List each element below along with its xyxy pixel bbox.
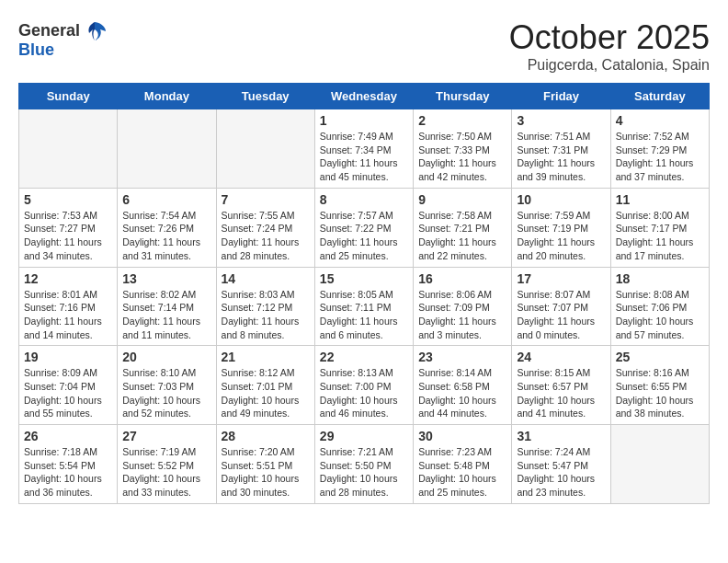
day-number: 21 <box>222 350 310 364</box>
day-info: Sunrise: 8:03 AM Sunset: 7:12 PM Dayligh… <box>222 288 310 342</box>
day-info: Sunrise: 7:24 AM Sunset: 5:47 PM Dayligh… <box>517 445 605 500</box>
calendar-day-cell: 3Sunrise: 7:51 AM Sunset: 7:31 PM Daylig… <box>512 109 610 189</box>
day-number: 15 <box>320 271 408 286</box>
day-info: Sunrise: 7:53 AM Sunset: 7:27 PM Dayligh… <box>24 209 112 263</box>
logo-bird-icon <box>82 18 108 44</box>
day-number: 30 <box>418 429 506 443</box>
day-info: Sunrise: 7:20 AM Sunset: 5:51 PM Dayligh… <box>222 445 310 500</box>
calendar-day-cell: 7Sunrise: 7:55 AM Sunset: 7:24 PM Daylig… <box>216 188 314 267</box>
day-number: 9 <box>418 192 506 207</box>
day-info: Sunrise: 7:51 AM Sunset: 7:31 PM Dayligh… <box>517 130 605 184</box>
day-number: 13 <box>122 271 210 286</box>
month-title: October 2025 <box>509 18 710 57</box>
day-number: 12 <box>24 271 112 286</box>
day-number: 2 <box>418 113 506 128</box>
calendar-day-cell: 27Sunrise: 7:19 AM Sunset: 5:52 PM Dayli… <box>118 425 216 504</box>
day-of-week-header: Sunday <box>19 84 118 109</box>
day-info: Sunrise: 8:02 AM Sunset: 7:14 PM Dayligh… <box>122 288 210 342</box>
day-number: 27 <box>122 429 210 443</box>
day-of-week-header: Saturday <box>610 84 709 109</box>
day-info: Sunrise: 7:21 AM Sunset: 5:50 PM Dayligh… <box>320 445 408 500</box>
calendar-day-cell: 2Sunrise: 7:50 AM Sunset: 7:33 PM Daylig… <box>414 109 512 189</box>
day-info: Sunrise: 7:57 AM Sunset: 7:22 PM Dayligh… <box>320 209 408 263</box>
logo-general: General <box>18 22 80 40</box>
day-of-week-header: Tuesday <box>216 84 314 109</box>
calendar-table: SundayMondayTuesdayWednesdayThursdayFrid… <box>18 83 710 504</box>
day-number: 20 <box>122 350 210 364</box>
calendar-week-row: 19Sunrise: 8:09 AM Sunset: 7:04 PM Dayli… <box>19 346 710 425</box>
day-info: Sunrise: 8:12 AM Sunset: 7:01 PM Dayligh… <box>222 366 310 420</box>
day-number: 16 <box>418 271 506 286</box>
calendar-day-cell: 9Sunrise: 7:58 AM Sunset: 7:21 PM Daylig… <box>414 188 512 267</box>
calendar-day-cell: 5Sunrise: 7:53 AM Sunset: 7:27 PM Daylig… <box>19 188 118 267</box>
day-of-week-header: Wednesday <box>314 84 413 109</box>
day-info: Sunrise: 8:15 AM Sunset: 6:57 PM Dayligh… <box>517 366 605 420</box>
calendar-day-cell <box>19 109 118 189</box>
day-info: Sunrise: 7:49 AM Sunset: 7:34 PM Dayligh… <box>320 130 408 184</box>
calendar-day-cell: 11Sunrise: 8:00 AM Sunset: 7:17 PM Dayli… <box>610 188 709 267</box>
calendar-week-row: 26Sunrise: 7:18 AM Sunset: 5:54 PM Dayli… <box>19 425 710 504</box>
day-info: Sunrise: 8:09 AM Sunset: 7:04 PM Dayligh… <box>24 366 112 420</box>
calendar-day-cell: 10Sunrise: 7:59 AM Sunset: 7:19 PM Dayli… <box>512 188 610 267</box>
day-info: Sunrise: 8:08 AM Sunset: 7:06 PM Dayligh… <box>616 288 704 342</box>
day-number: 28 <box>222 429 310 443</box>
calendar-day-cell: 4Sunrise: 7:52 AM Sunset: 7:29 PM Daylig… <box>610 109 709 189</box>
day-number: 23 <box>418 350 506 364</box>
day-number: 18 <box>616 271 704 286</box>
day-info: Sunrise: 8:01 AM Sunset: 7:16 PM Dayligh… <box>24 288 112 342</box>
day-info: Sunrise: 7:50 AM Sunset: 7:33 PM Dayligh… <box>418 130 506 184</box>
calendar-day-cell: 12Sunrise: 8:01 AM Sunset: 7:16 PM Dayli… <box>19 267 118 346</box>
calendar-day-cell: 25Sunrise: 8:16 AM Sunset: 6:55 PM Dayli… <box>610 346 709 425</box>
calendar-day-cell: 22Sunrise: 8:13 AM Sunset: 7:00 PM Dayli… <box>314 346 413 425</box>
day-number: 24 <box>517 350 605 364</box>
day-number: 31 <box>517 429 605 443</box>
day-info: Sunrise: 7:23 AM Sunset: 5:48 PM Dayligh… <box>418 445 506 500</box>
calendar-day-cell: 30Sunrise: 7:23 AM Sunset: 5:48 PM Dayli… <box>414 425 512 504</box>
day-number: 14 <box>222 271 310 286</box>
day-number: 26 <box>24 429 112 443</box>
calendar-day-cell: 13Sunrise: 8:02 AM Sunset: 7:14 PM Dayli… <box>118 267 216 346</box>
title-section: October 2025 Puigcerda, Catalonia, Spain <box>509 18 710 74</box>
day-info: Sunrise: 8:14 AM Sunset: 6:58 PM Dayligh… <box>418 366 506 420</box>
day-info: Sunrise: 7:54 AM Sunset: 7:26 PM Dayligh… <box>122 209 210 263</box>
day-of-week-header: Monday <box>118 84 216 109</box>
day-of-week-header: Thursday <box>414 84 512 109</box>
day-number: 6 <box>122 192 210 207</box>
calendar-day-cell: 26Sunrise: 7:18 AM Sunset: 5:54 PM Dayli… <box>19 425 118 504</box>
day-info: Sunrise: 8:06 AM Sunset: 7:09 PM Dayligh… <box>418 288 506 342</box>
calendar-day-cell: 19Sunrise: 8:09 AM Sunset: 7:04 PM Dayli… <box>19 346 118 425</box>
calendar-day-cell: 1Sunrise: 7:49 AM Sunset: 7:34 PM Daylig… <box>314 109 413 189</box>
calendar-week-row: 5Sunrise: 7:53 AM Sunset: 7:27 PM Daylig… <box>19 188 710 267</box>
day-number: 3 <box>517 113 605 128</box>
day-number: 5 <box>24 192 112 207</box>
calendar-day-cell: 6Sunrise: 7:54 AM Sunset: 7:26 PM Daylig… <box>118 188 216 267</box>
day-of-week-header: Friday <box>512 84 610 109</box>
calendar-header-row: SundayMondayTuesdayWednesdayThursdayFrid… <box>19 84 710 109</box>
calendar-day-cell <box>216 109 314 189</box>
calendar-day-cell: 18Sunrise: 8:08 AM Sunset: 7:06 PM Dayli… <box>610 267 709 346</box>
day-number: 1 <box>320 113 408 128</box>
day-info: Sunrise: 8:00 AM Sunset: 7:17 PM Dayligh… <box>616 209 704 263</box>
location: Puigcerda, Catalonia, Spain <box>509 57 710 74</box>
day-info: Sunrise: 8:13 AM Sunset: 7:00 PM Dayligh… <box>320 366 408 420</box>
calendar-day-cell: 14Sunrise: 8:03 AM Sunset: 7:12 PM Dayli… <box>216 267 314 346</box>
calendar-day-cell: 8Sunrise: 7:57 AM Sunset: 7:22 PM Daylig… <box>314 188 413 267</box>
calendar-day-cell <box>610 425 709 504</box>
calendar-day-cell: 29Sunrise: 7:21 AM Sunset: 5:50 PM Dayli… <box>314 425 413 504</box>
calendar-day-cell: 20Sunrise: 8:10 AM Sunset: 7:03 PM Dayli… <box>118 346 216 425</box>
calendar-day-cell: 16Sunrise: 8:06 AM Sunset: 7:09 PM Dayli… <box>414 267 512 346</box>
day-number: 25 <box>616 350 704 364</box>
day-number: 22 <box>320 350 408 364</box>
day-number: 8 <box>320 192 408 207</box>
day-number: 11 <box>616 192 704 207</box>
day-info: Sunrise: 8:10 AM Sunset: 7:03 PM Dayligh… <box>122 366 210 420</box>
calendar-week-row: 12Sunrise: 8:01 AM Sunset: 7:16 PM Dayli… <box>19 267 710 346</box>
day-number: 19 <box>24 350 112 364</box>
day-info: Sunrise: 8:05 AM Sunset: 7:11 PM Dayligh… <box>320 288 408 342</box>
day-info: Sunrise: 7:59 AM Sunset: 7:19 PM Dayligh… <box>517 209 605 263</box>
day-number: 4 <box>616 113 704 128</box>
day-info: Sunrise: 7:52 AM Sunset: 7:29 PM Dayligh… <box>616 130 704 184</box>
calendar-day-cell: 15Sunrise: 8:05 AM Sunset: 7:11 PM Dayli… <box>314 267 413 346</box>
calendar-week-row: 1Sunrise: 7:49 AM Sunset: 7:34 PM Daylig… <box>19 109 710 189</box>
day-number: 17 <box>517 271 605 286</box>
